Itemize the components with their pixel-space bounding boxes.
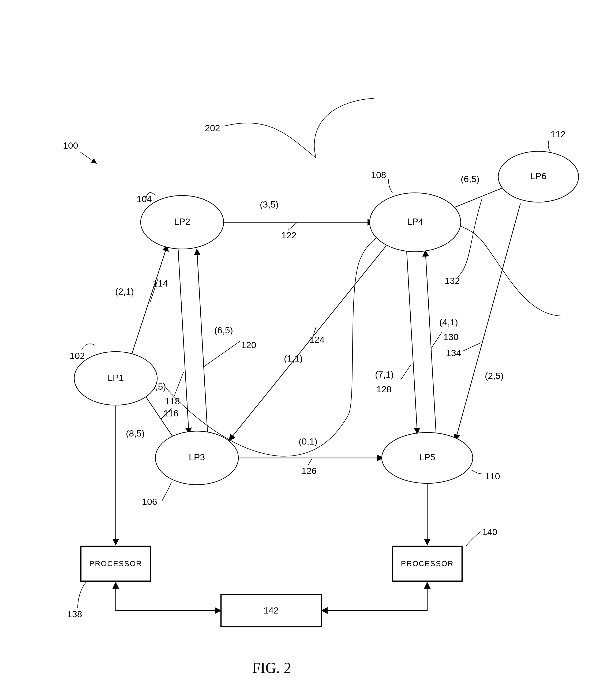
edge-116-ref: 116 bbox=[163, 408, 179, 418]
lp6-ref: 112 bbox=[550, 129, 566, 139]
processor-right-label: PROCESSOR bbox=[401, 559, 454, 568]
edge-126: (0,1) 126 bbox=[238, 436, 383, 476]
edge-130-weight: (4,1) bbox=[439, 317, 458, 327]
edge-procL-net bbox=[116, 582, 221, 611]
node-lp5: LP5 110 bbox=[382, 432, 500, 483]
edge-120: (6,5) 120 bbox=[197, 249, 256, 434]
lp6-label: LP6 bbox=[531, 171, 547, 181]
processor-left-ref: 138 bbox=[67, 609, 82, 619]
lp1-label: LP1 bbox=[108, 372, 124, 383]
edge-128: (7,1) 128 bbox=[375, 250, 417, 434]
figure-label: FIG. 2 bbox=[252, 659, 291, 676]
lp5-ref: 110 bbox=[485, 471, 500, 481]
net-box-label: 142 bbox=[264, 605, 279, 615]
lp2-label: LP2 bbox=[174, 216, 191, 227]
edge-134-weight: (2,5) bbox=[485, 371, 504, 381]
lp2-ref: 104 bbox=[137, 194, 152, 204]
lp5-label: LP5 bbox=[419, 452, 435, 462]
processor-right-ref: 140 bbox=[482, 527, 497, 537]
edge-128-weight: (7,1) bbox=[375, 369, 394, 379]
edge-122-ref: 122 bbox=[281, 230, 297, 240]
edge-120-weight: (6,5) bbox=[214, 325, 233, 335]
edge-114: (2,1) 114 bbox=[115, 245, 168, 366]
edge-126-weight: (0,1) bbox=[299, 436, 317, 446]
lp3-label: LP3 bbox=[189, 452, 205, 462]
edge-120-ref: 120 bbox=[241, 340, 256, 350]
edge-124-ref: 124 bbox=[309, 334, 325, 345]
net-box: 142 bbox=[221, 594, 322, 627]
edge-126-ref: 126 bbox=[301, 466, 317, 476]
node-lp4: LP4 108 bbox=[370, 170, 461, 252]
system-ref: 100 bbox=[63, 140, 96, 163]
cluster-boundary: 202 bbox=[166, 98, 563, 456]
node-lp3: LP3 106 bbox=[142, 431, 238, 507]
edge-124-weight: (1,1) bbox=[284, 353, 303, 363]
ref-100-label: 100 bbox=[63, 140, 78, 151]
edge-118-ref: 118 bbox=[165, 396, 180, 406]
node-lp6: LP6 112 bbox=[498, 129, 579, 202]
edge-118: (5,5) 118 bbox=[147, 249, 189, 434]
edge-122: (3,5) 122 bbox=[222, 199, 374, 240]
edge-128-ref: 128 bbox=[376, 384, 392, 394]
edge-114-weight: (2,1) bbox=[115, 286, 134, 296]
edge-procR-net bbox=[322, 582, 427, 611]
lp1-ref: 102 bbox=[70, 351, 85, 361]
processor-right: PROCESSOR 140 bbox=[392, 527, 497, 581]
node-lp1: LP1 102 bbox=[70, 344, 157, 405]
edge-134-ref: 134 bbox=[446, 348, 461, 358]
edge-132-weight: (6,5) bbox=[461, 174, 479, 184]
edge-122-weight: (3,5) bbox=[260, 199, 279, 209]
ref-202-label: 202 bbox=[205, 123, 220, 133]
lp3-ref: 106 bbox=[142, 497, 157, 507]
node-lp2: LP2 104 bbox=[137, 193, 224, 249]
processor-left: PROCESSOR 138 bbox=[67, 546, 151, 619]
edge-130-ref: 130 bbox=[443, 332, 459, 342]
edge-116-weight: (8,5) bbox=[126, 428, 145, 438]
figure: 100 202 (2,1) 114 (8,5) 116 (5,5) 118 (6… bbox=[0, 0, 611, 700]
lp4-ref: 108 bbox=[371, 170, 386, 180]
processor-left-label: PROCESSOR bbox=[89, 559, 142, 568]
lp4-label: LP4 bbox=[407, 216, 423, 227]
edge-114-ref: 114 bbox=[153, 278, 168, 288]
